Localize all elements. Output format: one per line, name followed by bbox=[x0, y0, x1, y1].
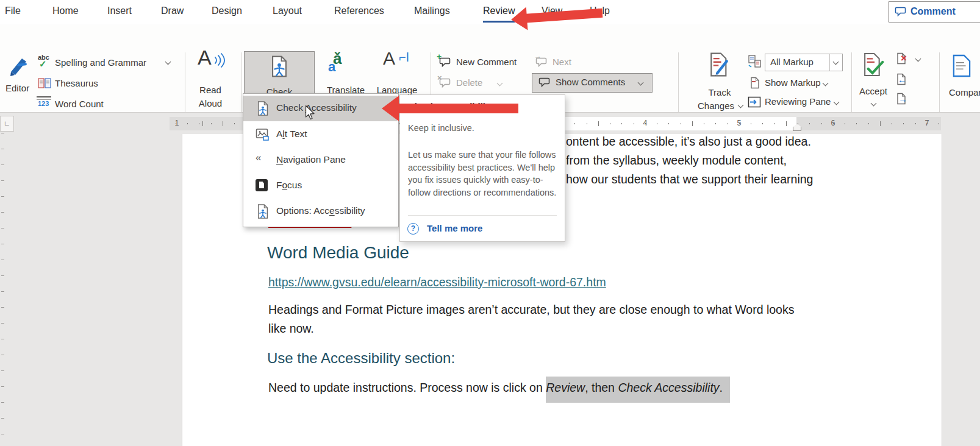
plus-icon: + bbox=[437, 52, 442, 62]
tab-layout[interactable]: Layout bbox=[273, 5, 302, 21]
new-comment-label: New Comment bbox=[456, 57, 517, 67]
reject-button[interactable]: × bbox=[895, 52, 926, 69]
next-arrow-icon: → bbox=[534, 52, 542, 60]
accept-label: Accept bbox=[855, 85, 892, 97]
check-accessibility-menu-icon bbox=[256, 101, 270, 116]
doc-heading-2: Use the Accessibility section: bbox=[267, 350, 455, 367]
all-markup-dropdown[interactable]: All Markup bbox=[765, 54, 843, 71]
comment-button[interactable]: Comment bbox=[888, 1, 980, 23]
show-comments-button[interactable]: Show Comments bbox=[532, 73, 653, 93]
tab-selector-icon: ∟ bbox=[4, 119, 10, 127]
check-accessibility-menu: Check Accessibility Alt Text « Navigatio… bbox=[243, 93, 399, 227]
show-markup-icon bbox=[749, 77, 761, 89]
show-comments-icon bbox=[538, 76, 551, 88]
spelling-check-icon: ✓ bbox=[39, 58, 47, 69]
previous-change-arrow-icon: ← bbox=[898, 74, 907, 85]
track-changes-button[interactable]: Track Changes bbox=[693, 51, 746, 115]
doc-fragment-line-2: from the syllabus, weekly module content… bbox=[566, 154, 787, 168]
closing-selection: Review, then Check Accessibility. bbox=[546, 377, 730, 403]
doc-heading-1: Word Media Guide bbox=[267, 243, 409, 263]
mouse-cursor bbox=[305, 105, 316, 121]
all-markup-value: All Markup bbox=[770, 57, 814, 67]
doc-hyperlink[interactable]: https://www.gvsu.edu/elearn/accessibilit… bbox=[268, 275, 606, 289]
show-markup-label: Show Markup bbox=[765, 77, 821, 88]
accept-button[interactable]: Accept bbox=[855, 51, 892, 115]
thesaurus-book-icon bbox=[38, 77, 51, 90]
menu-item-options-accessibility[interactable]: Options: Accessibility bbox=[243, 199, 397, 224]
closing-period: . bbox=[720, 381, 723, 394]
delete-x-icon: × bbox=[437, 73, 442, 82]
menu-item-navigation-pane[interactable]: « Navigation Pane bbox=[243, 147, 397, 173]
tab-mailings[interactable]: Mailings bbox=[414, 5, 450, 21]
closing-review-italic: Review bbox=[546, 381, 585, 394]
tooltip-tagline: Keep it inclusive. bbox=[408, 123, 474, 133]
ruler-number-5: 5 bbox=[737, 119, 742, 127]
doc-closing-line: Need to update instructions. Process now… bbox=[268, 381, 730, 395]
reviewing-pane-icon bbox=[748, 96, 761, 108]
accept-icon bbox=[862, 52, 884, 77]
read-aloud-waves-icon bbox=[213, 52, 227, 68]
next-comment-label: Next bbox=[553, 57, 571, 67]
translate-a-icon: a bbox=[328, 61, 335, 73]
show-markup-red-mark bbox=[752, 81, 756, 82]
word-window: { "menubar": { "tabs": ["File","Home","I… bbox=[0, 0, 980, 446]
doc-paragraph-line-2: like now. bbox=[268, 322, 314, 336]
ruler-margin-number: 1 bbox=[175, 119, 179, 127]
menubar: File Home Insert Draw Design Layout Refe… bbox=[0, 0, 980, 24]
read-aloud-button[interactable]: A Read Aloud bbox=[189, 51, 232, 115]
chevron-down-icon bbox=[834, 99, 840, 105]
chevron-down-icon bbox=[833, 59, 839, 65]
menu-item-check-accessibility[interactable]: Check Accessibility bbox=[243, 96, 397, 121]
reviewing-pane-label: Reviewing Pane bbox=[765, 96, 831, 107]
compare-icon bbox=[951, 54, 972, 78]
focus-icon bbox=[256, 179, 268, 191]
chevron-down-icon bbox=[823, 80, 829, 87]
editor-button[interactable]: Editor bbox=[1, 52, 34, 113]
read-aloud-label-1: Read bbox=[189, 84, 232, 96]
tab-selector-box[interactable]: ∟ bbox=[0, 116, 14, 132]
word-count-123-icon: 123 bbox=[38, 100, 49, 107]
tab-references[interactable]: References bbox=[334, 5, 384, 21]
comment-button-label: Comment bbox=[910, 6, 956, 17]
tab-design[interactable]: Design bbox=[212, 5, 242, 21]
ruler-number-7: 7 bbox=[925, 119, 929, 127]
spelling-grammar-label: Spelling and Grammar bbox=[55, 57, 146, 68]
comment-bubble-icon bbox=[895, 5, 907, 18]
compare-button[interactable]: Compare bbox=[946, 52, 980, 113]
track-changes-label-1: Track bbox=[693, 87, 746, 99]
tooltip-divider bbox=[408, 215, 557, 216]
language-glyph-icon: ⌐ǀ bbox=[399, 51, 409, 63]
editor-pen-icon bbox=[7, 54, 29, 79]
tab-home[interactable]: Home bbox=[52, 5, 79, 21]
reject-x-icon: × bbox=[901, 52, 907, 65]
editor-label: Editor bbox=[5, 83, 29, 93]
tab-file[interactable]: File bbox=[5, 5, 21, 21]
tooltip-body: Let us make sure that your file follows … bbox=[408, 149, 559, 199]
previous-change-button[interactable]: ← bbox=[895, 73, 914, 90]
chevron-down-icon bbox=[915, 56, 921, 62]
menu-item-alt-text[interactable]: Alt Text bbox=[243, 122, 397, 147]
tell-me-more-link[interactable]: Tell me more bbox=[427, 223, 482, 233]
read-aloud-label-2: Aloud bbox=[189, 97, 232, 110]
tab-insert[interactable]: Insert bbox=[107, 5, 132, 21]
chevron-down-icon bbox=[871, 101, 877, 107]
next-change-button[interactable]: → bbox=[895, 93, 914, 110]
show-comments-label: Show Comments bbox=[556, 77, 625, 87]
closing-pre: Need to update instructions. Process now… bbox=[268, 381, 546, 394]
language-a-icon: A bbox=[383, 52, 395, 65]
track-changes-label-2: Changes bbox=[689, 100, 743, 112]
check-accessibility-annotation-arrow bbox=[382, 95, 520, 122]
next-change-arrow-icon: → bbox=[898, 94, 907, 104]
chevron-down-icon bbox=[165, 59, 171, 65]
doc-fragment-line-3: how our students that we support their l… bbox=[566, 172, 813, 186]
closing-mid: , then bbox=[585, 381, 618, 394]
help-question-icon: ? bbox=[407, 223, 419, 235]
options-accessibility-icon bbox=[256, 204, 270, 219]
menu-item-focus[interactable]: Focus bbox=[243, 173, 397, 199]
alt-text-icon bbox=[256, 127, 270, 142]
navigation-pane-icon: « bbox=[256, 152, 270, 166]
track-changes-icon bbox=[709, 52, 729, 77]
markup-pages-icon bbox=[748, 54, 762, 69]
check-accessibility-icon bbox=[270, 55, 288, 77]
tab-draw[interactable]: Draw bbox=[161, 5, 184, 21]
